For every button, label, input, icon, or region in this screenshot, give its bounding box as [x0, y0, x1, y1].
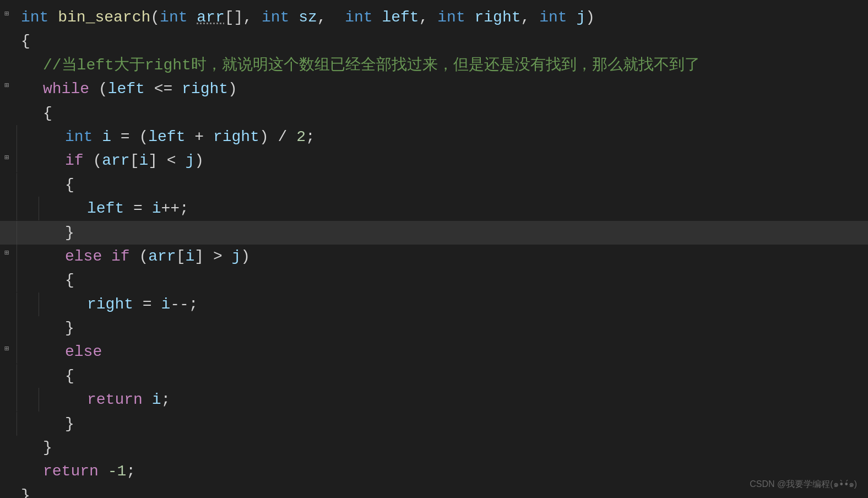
open-brace-5: {	[61, 364, 868, 388]
line-open-brace-1: {	[0, 29, 868, 53]
open-brace-4: {	[61, 268, 868, 292]
return-neg1-line: return -1;	[39, 459, 868, 483]
line-int-i: int i = (left + right) / 2;	[0, 125, 868, 149]
line-if: ⊞ if (arr[i] < j)	[0, 149, 868, 172]
line-comment: //当left大于right时，就说明这个数组已经全部找过来，但是还是没有找到，…	[0, 53, 868, 77]
line-elseif: ⊞ else if (arr[i] > j)	[0, 245, 868, 268]
elseif-line: else if (arr[i] > j)	[61, 245, 868, 268]
if-line: if (arr[i] < j)	[61, 149, 868, 172]
line-return-i: return i;	[0, 388, 868, 412]
code-editor: ⊞ int bin_search(int arr[], int sz, int …	[0, 0, 868, 498]
line-open-brace-4: {	[0, 268, 868, 292]
comment-text: //当left大于right时，就说明这个数组已经全部找过来，但是还是没有找到，…	[39, 53, 868, 77]
line-right-assign: right = i--;	[0, 293, 868, 316]
line-close-brace-1: }	[0, 484, 868, 498]
open-brace-1: {	[17, 29, 868, 53]
open-brace-2: {	[39, 101, 868, 125]
close-brace-1: }	[17, 484, 868, 498]
open-brace-3: {	[61, 173, 868, 197]
fold-indicator-func[interactable]: ⊞	[2, 10, 11, 19]
line-return-neg1: return -1;	[0, 459, 868, 483]
fold-indicator-while[interactable]: ⊞	[2, 82, 11, 90]
watermark: CSDN @我要学编程(๑•̀•́๑)	[750, 478, 857, 491]
return-i-line: return i;	[83, 388, 868, 412]
line-open-brace-3: {	[0, 173, 868, 197]
close-brace-4: }	[61, 316, 868, 340]
line-close-brace-2: }	[0, 436, 868, 459]
close-brace-2: }	[39, 436, 868, 459]
line-close-brace-5: }	[0, 412, 868, 436]
line-close-brace-4: }	[0, 316, 868, 340]
func-signature: int bin_search(int arr[], int sz, int le…	[17, 6, 868, 29]
line-while: ⊞ while (left <= right)	[0, 77, 868, 101]
line-open-brace-2: {	[0, 101, 868, 125]
line-else: ⊞ else	[0, 340, 868, 364]
int-i-line: int i = (left + right) / 2;	[61, 125, 868, 149]
right-assign-line: right = i--;	[83, 293, 868, 316]
fold-indicator-elseif[interactable]: ⊞	[2, 249, 11, 258]
close-brace-3: }	[61, 221, 868, 245]
left-assign-line: left = i++;	[83, 197, 868, 220]
close-brace-5: }	[61, 412, 868, 436]
while-line: while (left <= right)	[39, 77, 868, 101]
fold-indicator-if[interactable]: ⊞	[2, 153, 11, 162]
else-line: else	[61, 340, 868, 364]
line-open-brace-5: {	[0, 364, 868, 388]
line-close-brace-3: }	[0, 221, 868, 245]
line-left-assign: left = i++;	[0, 197, 868, 220]
fold-indicator-else[interactable]: ⊞	[2, 344, 11, 353]
line-func: ⊞ int bin_search(int arr[], int sz, int …	[0, 6, 868, 29]
